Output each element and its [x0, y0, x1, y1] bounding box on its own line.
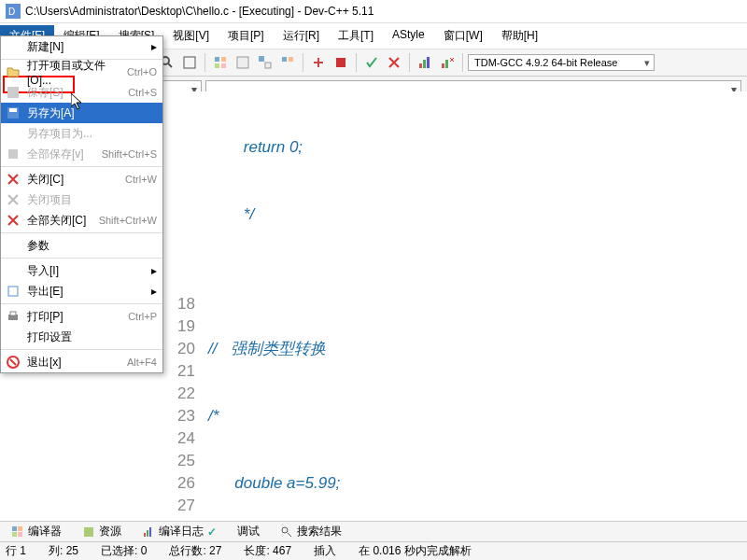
menu-sep: [1, 232, 162, 233]
titlebar: D C:\Users\Administrator\Desktop\C\hello…: [0, 0, 747, 23]
resource-tab-icon: [82, 525, 95, 539]
compile-run-icon[interactable]: [255, 52, 275, 73]
trash-icon[interactable]: [437, 52, 458, 73]
error-icon[interactable]: [384, 52, 404, 73]
code-line: */: [204, 203, 747, 226]
rebuild-icon[interactable]: [277, 52, 298, 73]
code-body[interactable]: return 0; */ // 强制类型转换 /* double a=5.99;…: [204, 91, 747, 523]
menu-run[interactable]: 运行[R]: [274, 25, 329, 47]
toolbar-sep: [356, 53, 357, 72]
line-number: 18: [163, 293, 195, 315]
code-line: /*: [204, 405, 747, 427]
menu-printset[interactable]: 打印设置: [1, 327, 162, 347]
menu-window[interactable]: 窗口[W]: [434, 25, 492, 47]
compile-icon[interactable]: [210, 52, 231, 73]
menu-tools[interactable]: 工具[T]: [329, 25, 383, 47]
submenu-arrow-icon: ▸: [151, 40, 157, 53]
menu-closeall[interactable]: 全部关闭[C] Shift+Ctrl+W: [1, 210, 162, 231]
svg-rect-27: [9, 108, 17, 112]
tab-search[interactable]: 搜索结果: [275, 522, 347, 541]
svg-rect-9: [184, 57, 195, 68]
svg-line-33: [10, 359, 16, 365]
tab-debug[interactable]: 调试: [232, 522, 265, 541]
svg-rect-24: [445, 60, 448, 68]
status-len: 长度: 467: [244, 543, 291, 559]
menu-open[interactable]: 打开项目或文件[O]... Ctrl+O: [1, 62, 162, 82]
tab-compiler[interactable]: 编译器: [6, 522, 67, 541]
tab-resource[interactable]: 资源: [77, 522, 127, 541]
window-title: C:\Users\Administrator\Desktop\C\hello.c…: [25, 5, 374, 18]
close-icon: [5, 171, 21, 188]
svg-rect-29: [8, 287, 18, 296]
menu-sep: [1, 349, 162, 350]
line-number: 24: [163, 427, 195, 450]
toolbar-sep: [303, 53, 303, 72]
svg-rect-17: [282, 57, 287, 62]
menu-astyle[interactable]: AStyle: [383, 25, 434, 47]
svg-rect-19: [336, 58, 345, 67]
search-tab-icon: [280, 525, 293, 539]
debug-icon[interactable]: [308, 52, 329, 73]
svg-rect-41: [149, 527, 151, 537]
menu-print[interactable]: 打印[P] Ctrl+P: [1, 306, 162, 327]
tab-log[interactable]: 编译日志 ✓: [136, 522, 222, 541]
menu-close[interactable]: 关闭[C] Ctrl+W: [1, 169, 162, 189]
blank-icon: [5, 237, 21, 254]
menu-exit[interactable]: 退出[x] Alt+F4: [1, 352, 162, 372]
menu-export[interactable]: 导出[E] ▸: [1, 281, 162, 301]
compiler-tab-icon: [11, 525, 24, 539]
menu-new[interactable]: 新建[N] ▸: [1, 36, 162, 57]
blank-icon: [5, 125, 21, 142]
profile-icon[interactable]: [415, 52, 435, 73]
menu-sep: [1, 166, 162, 167]
save-disk-icon: [5, 84, 21, 101]
svg-rect-37: [18, 532, 22, 537]
stop-icon[interactable]: [331, 52, 351, 73]
line-number: 26: [163, 472, 195, 495]
status-line: 行 1: [6, 543, 26, 559]
toolbar-sep: [462, 53, 463, 72]
svg-rect-31: [10, 312, 16, 315]
code-editor[interactable]: 18 19 20 21 22 23 24 25 26 27 return 0; …: [163, 91, 747, 523]
menu-saveas[interactable]: 另存为[A]: [1, 103, 162, 123]
svg-point-42: [282, 527, 288, 533]
line-number: 19: [163, 315, 195, 338]
close-proj-icon: [5, 191, 21, 208]
menu-params[interactable]: 参数: [1, 235, 162, 256]
submenu-arrow-icon: ▸: [151, 285, 157, 298]
menu-saveproj: 另存项目为...: [1, 123, 162, 144]
exit-icon: [5, 354, 21, 371]
svg-rect-22: [427, 57, 430, 68]
menu-help[interactable]: 帮助[H]: [492, 25, 547, 47]
svg-rect-36: [12, 532, 17, 537]
svg-rect-11: [221, 57, 226, 62]
check-icon[interactable]: [361, 52, 382, 73]
svg-rect-38: [84, 527, 93, 537]
replace-icon[interactable]: [179, 52, 200, 73]
menu-sep: [1, 303, 162, 304]
svg-rect-18: [289, 57, 293, 62]
app-icon: D: [6, 4, 21, 19]
line-number: 20: [163, 338, 195, 360]
line-number: 23: [163, 405, 195, 427]
menu-view[interactable]: 视图[V]: [163, 25, 218, 47]
svg-line-43: [288, 533, 291, 537]
export-icon: [5, 283, 21, 300]
svg-rect-25: [7, 87, 19, 98]
menu-save[interactable]: 保存[S] Ctrl+S: [1, 82, 162, 103]
status-col: 列: 25: [49, 543, 78, 559]
toolbar-sep: [409, 53, 410, 72]
bottom-tabs: 编译器 资源 编译日志 ✓ 调试 搜索结果: [0, 521, 747, 541]
open-folder-icon: [5, 63, 21, 80]
closeall-icon: [5, 212, 21, 229]
menu-project[interactable]: 项目[P]: [218, 25, 274, 47]
status-sel: 已选择: 0: [101, 543, 147, 559]
menu-saveall: 全部保存[v] Shift+Ctrl+S: [1, 144, 162, 164]
svg-rect-39: [144, 533, 146, 537]
menu-import[interactable]: 导入[I] ▸: [1, 260, 162, 281]
svg-rect-16: [265, 63, 271, 68]
svg-rect-35: [18, 526, 22, 531]
svg-rect-13: [221, 63, 226, 68]
compiler-combo[interactable]: TDM-GCC 4.9.2 64-bit Release: [468, 54, 655, 71]
run-icon[interactable]: [233, 52, 253, 73]
